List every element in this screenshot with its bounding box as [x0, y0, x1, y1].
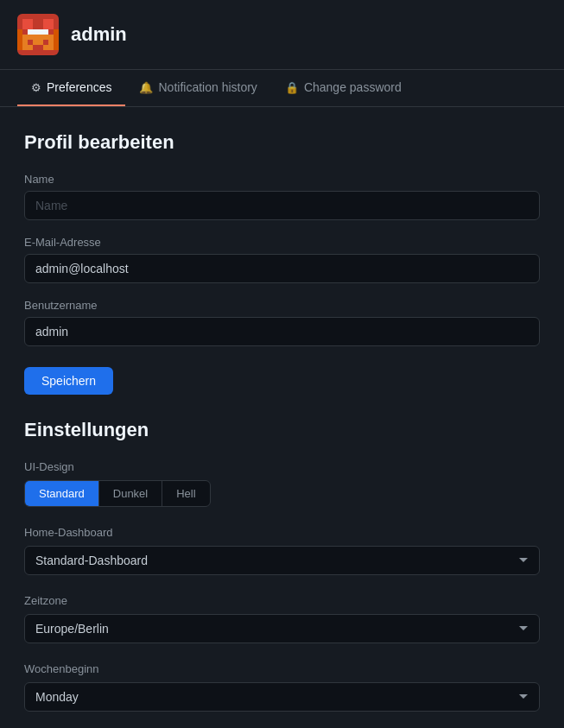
header-username: admin [71, 23, 127, 46]
nav-tabs: ⚙ Preferences 🔔 Notification history 🔒 C… [0, 70, 564, 107]
avatar [17, 14, 59, 55]
svg-rect-8 [43, 40, 48, 45]
timezone-setting: Zeitzone Europe/Berlin [24, 594, 540, 643]
svg-rect-9 [33, 45, 43, 50]
email-field-group: E-Mail-Adresse [24, 236, 540, 283]
svg-rect-2 [43, 19, 54, 29]
name-label: Name [24, 173, 540, 186]
timezone-select[interactable]: Europe/Berlin [24, 614, 540, 643]
lock-icon: 🔒 [285, 81, 299, 94]
ui-design-label: UI-Design [24, 460, 540, 473]
header: admin [0, 0, 564, 70]
ui-design-setting: UI-Design Standard Dunkel Hell [24, 460, 540, 507]
preferences-icon: ⚙ [31, 81, 41, 94]
ui-design-toggle-group: Standard Dunkel Hell [24, 480, 211, 507]
ui-design-standard-btn[interactable]: Standard [25, 481, 99, 506]
svg-rect-7 [28, 40, 33, 45]
email-label: E-Mail-Adresse [24, 236, 540, 249]
ui-design-dunkel-btn[interactable]: Dunkel [99, 481, 162, 506]
svg-rect-6 [54, 29, 59, 50]
username-label: Benutzername [24, 299, 540, 312]
timezone-label: Zeitzone [24, 594, 540, 607]
ui-design-hell-btn[interactable]: Hell [162, 481, 209, 506]
username-input[interactable] [24, 317, 540, 346]
main-content: Profil bearbeiten Name E-Mail-Adresse Be… [0, 107, 564, 728]
tab-change-password[interactable]: 🔒 Change password [271, 70, 415, 106]
notification-icon: 🔔 [139, 81, 153, 94]
name-field-group: Name [24, 173, 540, 220]
week-start-select[interactable]: Monday [24, 682, 540, 712]
email-input[interactable] [24, 254, 540, 283]
svg-rect-5 [17, 29, 22, 50]
name-input[interactable] [24, 191, 540, 220]
tab-notification-history[interactable]: 🔔 Notification history [125, 70, 270, 106]
week-start-label: Wochenbeginn [24, 662, 540, 675]
week-start-setting: Wochenbeginn Monday [24, 662, 540, 712]
tab-preferences[interactable]: ⚙ Preferences [17, 70, 125, 106]
username-field-group: Benutzername [24, 299, 540, 346]
home-dashboard-setting: Home-Dashboard Standard-Dashboard [24, 526, 540, 575]
home-dashboard-label: Home-Dashboard [24, 526, 540, 539]
save-button[interactable]: Speichern [24, 367, 113, 395]
profile-heading: Profil bearbeiten [24, 131, 540, 154]
home-dashboard-select[interactable]: Standard-Dashboard [24, 546, 540, 575]
svg-rect-3 [28, 29, 48, 35]
svg-rect-1 [22, 19, 33, 29]
settings-heading: Einstellungen [24, 419, 540, 441]
